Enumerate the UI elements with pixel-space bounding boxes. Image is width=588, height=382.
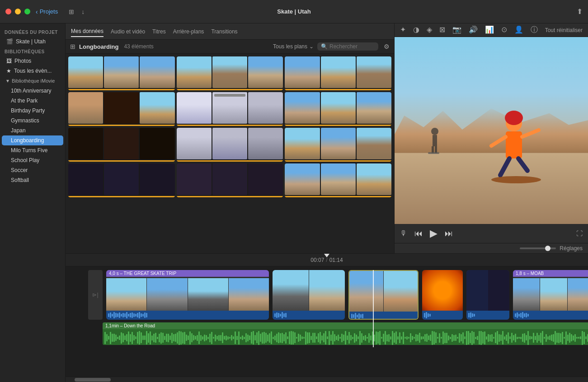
camera-tool-icon[interactable]: 📷 [452, 25, 461, 35]
school-label: School Play [11, 157, 39, 163]
film-clip-8[interactable] [177, 128, 283, 162]
audio-tool-icon[interactable]: 🔊 [469, 25, 478, 35]
play-button[interactable]: ▶ [430, 228, 437, 239]
info-tool-icon[interactable]: ⓘ [531, 25, 538, 35]
audio-clip-1[interactable]: 1,1min – Down the Road [103, 322, 588, 345]
browser-title: Longboarding [79, 43, 118, 50]
stabilize-tool-icon[interactable]: 👤 [514, 25, 523, 35]
svg-rect-4 [428, 152, 439, 154]
chart-tool-icon[interactable]: 📊 [485, 25, 494, 35]
title-bar-right: ⬆ [577, 7, 583, 16]
imovie-lib-label: Bibliothèque iMovie [12, 78, 55, 84]
timeline-tracks[interactable]: ⊳| 4,0 s – THE GREAT SKATE TRIP [66, 266, 588, 377]
timeline-scrollbar[interactable] [66, 377, 588, 382]
sidebar-item-photos[interactable]: 🖼 Photos [2, 56, 63, 66]
settings-icon[interactable]: ⚙ [384, 43, 390, 50]
sidebar-item-milo[interactable]: Milo Turns Five [2, 145, 63, 155]
milo-label: Milo Turns Five [11, 147, 47, 154]
time-separator: / [326, 257, 327, 263]
skip-back-button[interactable]: ⏮ [414, 229, 423, 238]
reset-button[interactable]: Tout réinitialiser [545, 27, 583, 33]
filmstrip-grid [66, 54, 394, 253]
sidebar-item-softball[interactable]: Softball [2, 175, 63, 185]
browser-panel: Mes données Audio et vidéo Titres Arrièr… [66, 23, 395, 253]
filter-tool-icon[interactable]: ◈ [427, 25, 432, 35]
tab-mes-donnees[interactable]: Mes données [71, 26, 103, 37]
crop-tool-icon[interactable]: ⊠ [439, 25, 445, 35]
search-bar[interactable]: 🔍 [317, 42, 378, 51]
back-button[interactable]: ‹ Projets [36, 8, 58, 15]
mic-icon[interactable]: 🎙 [400, 229, 407, 238]
film-clip-10[interactable] [68, 163, 175, 197]
sidebar-item-imovie-lib[interactable]: ▾ Bibliothèque iMovie [2, 76, 63, 86]
film-clip-6[interactable] [285, 92, 391, 126]
viewer-controls: 🎙 ⏮ ▶ ⏭ ⛶ [395, 224, 588, 243]
track-start-button[interactable]: ⊳| [88, 270, 103, 320]
filter-button[interactable]: Tous les plans ⌄ [273, 43, 314, 50]
10th-label: 10th Anniversary [11, 88, 51, 94]
park-label: At the Park [11, 98, 38, 104]
star-icon: ★ [6, 68, 11, 74]
grid-toggle-icon[interactable]: ⊞ [70, 43, 75, 50]
video-clip-5[interactable] [466, 270, 509, 320]
tab-titres[interactable]: Titres [152, 27, 166, 37]
minimize-button[interactable] [15, 9, 21, 14]
current-time: 00:07 [310, 257, 324, 263]
browser-count: 43 éléments [124, 43, 153, 50]
clip-1-header: 4,0 s – THE GREAT SKATE TRIP [106, 270, 269, 277]
film-clip-4[interactable] [68, 92, 175, 126]
audio-clip-header: 1,1min – Down the Road [103, 322, 588, 329]
sidebar-item-park[interactable]: At the Park [2, 96, 63, 106]
svg-point-0 [431, 128, 438, 135]
sidebar-item-school[interactable]: School Play [2, 155, 63, 165]
softball-label: Softball [11, 177, 29, 183]
video-clip-2[interactable] [273, 270, 345, 320]
film-clip-11[interactable] [177, 163, 283, 197]
svg-line-10 [518, 158, 527, 171]
title-clip-1[interactable]: 4,0 s – THE GREAT SKATE TRIP [106, 270, 269, 320]
libraries-section-header: BIBLIOTHÈQUES [0, 47, 65, 56]
tab-arrieres-plans[interactable]: Arrière-plans [173, 27, 204, 37]
film-clip-1[interactable] [68, 56, 175, 90]
title-clip-2[interactable]: 1,8 s – MOAB [513, 270, 588, 320]
film-clip-3[interactable] [285, 56, 391, 90]
export-icon[interactable]: ⬆ [577, 8, 583, 15]
sidebar-item-10th[interactable]: 10th Anniversary [2, 86, 63, 96]
audio-track: 1,1min – Down the Road [88, 322, 588, 347]
scrollbar-thumb[interactable] [75, 378, 111, 382]
film-clip-12[interactable] [285, 163, 391, 197]
soccer-label: Soccer [11, 167, 28, 173]
sidebar: DONNÉES DU PROJET 🎬 Skate | Utah BIBLIOT… [0, 23, 66, 382]
main-content: DONNÉES DU PROJET 🎬 Skate | Utah BIBLIOT… [0, 23, 588, 382]
tab-audio-video[interactable]: Audio et vidéo [111, 27, 145, 37]
video-clip-4[interactable] [422, 270, 463, 320]
fullscreen-button[interactable] [24, 9, 30, 14]
fullscreen-icon[interactable]: ⛶ [576, 230, 583, 237]
tab-transitions[interactable]: Transitions [211, 27, 237, 37]
film-clip-5[interactable] [177, 92, 283, 126]
grid-view-icon[interactable]: ⊞ [69, 8, 74, 15]
film-clip-2[interactable] [177, 56, 283, 90]
sidebar-item-japan[interactable]: Japan [2, 126, 63, 135]
time-ruler: 00:07 / 01:14 [66, 254, 588, 266]
sidebar-item-soccer[interactable]: Soccer [2, 165, 63, 175]
triangle-icon: ▾ [6, 78, 9, 84]
video-clip-3[interactable] [348, 270, 419, 320]
speed-tool-icon[interactable]: ⊙ [501, 25, 507, 35]
volume-slider[interactable] [520, 247, 556, 249]
svg-point-12 [505, 111, 523, 125]
film-clip-7[interactable] [68, 128, 175, 162]
color-tool-icon[interactable]: ◑ [413, 25, 419, 35]
film-clip-9[interactable] [285, 128, 391, 162]
magic-tool-icon[interactable]: ✦ [400, 25, 406, 35]
close-button[interactable] [5, 9, 11, 14]
sidebar-item-gymnastics[interactable]: Gymnastics [2, 116, 63, 126]
sidebar-item-birthday[interactable]: Birthday Party [2, 106, 63, 116]
sidebar-item-longboarding[interactable]: Longboarding [2, 135, 63, 145]
sidebar-item-all-events[interactable]: ★ Tous les évèn... [2, 66, 63, 76]
sidebar-item-project[interactable]: 🎬 Skate | Utah [2, 37, 63, 47]
search-input[interactable] [329, 43, 375, 50]
skip-forward-button[interactable]: ⏭ [445, 229, 453, 238]
project-label: Skate | Utah [16, 38, 46, 45]
import-icon[interactable]: ↓ [81, 8, 85, 15]
